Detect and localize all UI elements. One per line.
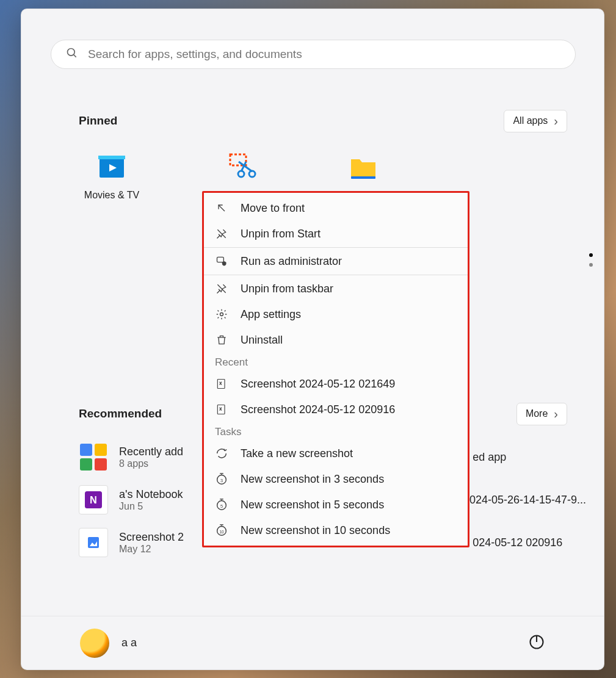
svg-rect-17 xyxy=(88,537,99,548)
svg-rect-10 xyxy=(351,176,375,179)
search-input[interactable] xyxy=(88,48,564,61)
more-label: More xyxy=(526,408,548,419)
ctx-separator xyxy=(204,275,468,275)
pinned-app-movies-tv[interactable]: Movies & TV xyxy=(70,153,153,201)
ctx-label: Move to front xyxy=(241,202,305,215)
svg-point-7 xyxy=(249,171,255,177)
page-indicator xyxy=(589,253,593,267)
svg-point-0 xyxy=(68,49,75,56)
svg-rect-14 xyxy=(95,458,107,471)
power-button[interactable] xyxy=(528,633,545,653)
timer-5-icon: 5 xyxy=(215,498,228,511)
onenote-icon: N xyxy=(79,485,108,514)
ctx-label: New screenshot in 3 seconds xyxy=(241,473,384,486)
pinned-header: Pinned xyxy=(79,114,117,128)
svg-line-25 xyxy=(217,290,220,294)
rec-sub: 8 apps xyxy=(119,458,183,469)
svg-point-6 xyxy=(238,171,244,177)
unpin-icon xyxy=(215,227,228,240)
gear-icon xyxy=(215,308,228,321)
ctx-label: Uninstall xyxy=(241,334,283,347)
svg-text:3: 3 xyxy=(220,478,223,483)
search-bar[interactable] xyxy=(51,40,576,69)
svg-text:5: 5 xyxy=(220,503,223,509)
all-apps-button[interactable]: All apps xyxy=(504,110,567,132)
rec-title: a's Notebook xyxy=(119,488,183,501)
svg-line-1 xyxy=(74,55,76,57)
movies-tv-icon xyxy=(96,153,128,182)
svg-rect-4 xyxy=(98,156,125,159)
ctx-label: Take a new screenshot xyxy=(241,447,353,460)
rec-title: 024-05-26-14-15-47-9... xyxy=(469,494,586,507)
pinned-label: Movies & TV xyxy=(84,190,139,201)
svg-rect-24 xyxy=(217,257,224,262)
user-avatar xyxy=(80,629,109,658)
snipping-tool-icon xyxy=(228,153,259,182)
timer-10-icon: 10 xyxy=(215,524,228,537)
ctx-task-10sec[interactable]: 10 New screenshot in 10 seconds xyxy=(204,518,468,543)
chevron-right-icon xyxy=(554,114,558,128)
pager-dot[interactable] xyxy=(589,253,593,257)
svg-line-22 xyxy=(217,236,220,239)
search-icon xyxy=(66,47,78,62)
ctx-label: New screenshot in 5 seconds xyxy=(241,499,384,511)
pager-dot[interactable] xyxy=(589,263,593,267)
chevron-right-icon xyxy=(554,407,558,421)
svg-rect-13 xyxy=(80,458,92,471)
arrow-top-left-icon xyxy=(215,201,228,215)
ctx-label: Unpin from taskbar xyxy=(241,283,333,295)
ctx-label: New screenshot in 10 seconds xyxy=(241,524,390,537)
admin-shield-icon xyxy=(215,254,228,268)
ctx-separator xyxy=(204,247,468,248)
ctx-run-as-admin[interactable]: Run as administrator xyxy=(204,248,468,274)
ctx-app-settings[interactable]: App settings xyxy=(204,301,468,327)
ctx-recent-file[interactable]: Screenshot 2024-05-12 020916 xyxy=(204,397,468,422)
snip-file-icon xyxy=(215,377,228,391)
svg-text:N: N xyxy=(90,494,97,505)
file-explorer-icon xyxy=(347,153,379,182)
ctx-task-3sec[interactable]: 3 New screenshot in 3 seconds xyxy=(204,466,468,492)
timer-3-icon: 3 xyxy=(215,472,228,486)
rec-sub: Jun 5 xyxy=(119,501,183,512)
snip-file-icon xyxy=(215,403,228,416)
recommended-header: Recommended xyxy=(79,407,162,420)
svg-point-27 xyxy=(220,313,223,316)
svg-text:10: 10 xyxy=(219,530,224,534)
rec-title: ed app xyxy=(473,451,506,464)
ctx-label: Run as administrator xyxy=(241,255,342,268)
svg-rect-12 xyxy=(95,444,107,456)
ctx-recent-file[interactable]: Screenshot 2024-05-12 021649 xyxy=(204,371,468,397)
start-menu: Pinned All apps Movies & TV Snipp xyxy=(21,9,604,670)
snip-icon xyxy=(215,447,228,460)
ctx-unpin-from-taskbar[interactable]: Unpin from taskbar xyxy=(204,276,468,301)
user-account-button[interactable]: a a xyxy=(80,629,137,658)
rec-sub: May 12 xyxy=(119,544,184,555)
ctx-uninstall[interactable]: Uninstall xyxy=(204,327,468,353)
more-button[interactable]: More xyxy=(516,403,567,425)
context-menu: Move to front Unpin from Start Run as ad… xyxy=(202,191,469,547)
rec-title: 024-05-12 020916 xyxy=(473,536,562,549)
ctx-label: Unpin from Start xyxy=(241,228,321,240)
unpin-icon xyxy=(215,282,228,295)
rec-title: Screenshot 2 xyxy=(119,531,184,544)
ctx-recent-header: Recent xyxy=(204,353,468,371)
svg-rect-5 xyxy=(230,154,246,165)
ctx-label: App settings xyxy=(241,308,301,321)
ctx-tasks-header: Tasks xyxy=(204,422,468,441)
ctx-label: Screenshot 2024-05-12 021649 xyxy=(241,378,395,391)
ctx-label: Screenshot 2024-05-12 020916 xyxy=(241,403,395,416)
ctx-unpin-from-start[interactable]: Unpin from Start xyxy=(204,221,468,247)
ctx-task-5sec[interactable]: 5 New screenshot in 5 seconds xyxy=(204,492,468,518)
image-file-icon xyxy=(79,528,108,557)
ctx-move-to-front[interactable]: Move to front xyxy=(204,195,468,221)
svg-rect-11 xyxy=(80,444,92,456)
ctx-task-new-screenshot[interactable]: Take a new screenshot xyxy=(204,441,468,466)
all-apps-label: All apps xyxy=(513,115,548,126)
user-name: a a xyxy=(121,637,137,649)
trash-icon xyxy=(215,333,228,347)
apps-group-icon xyxy=(79,442,108,472)
rec-title: Recently add xyxy=(119,445,183,458)
svg-line-21 xyxy=(219,205,225,211)
